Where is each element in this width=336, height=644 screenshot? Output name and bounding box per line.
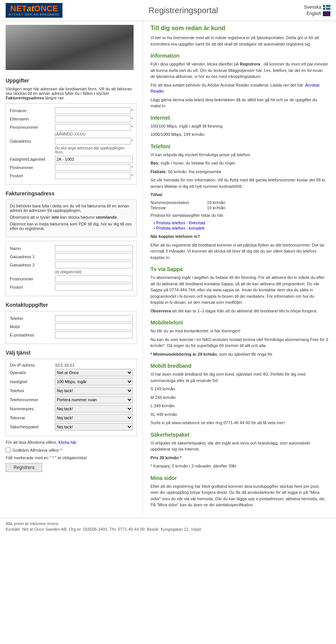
faktura-postnummer-input[interactable] <box>55 276 133 282</box>
gatuadress-input[interactable] <box>55 138 131 145</box>
required-note: Fält markerade med en " * " är obligator… <box>6 455 137 460</box>
fastighet-label: Fastighet/Lägenhet <box>10 157 55 161</box>
faktura-postort-row: Postort <box>10 284 133 291</box>
prislista-link1[interactable]: Prislista telefoni - förkortad <box>156 221 205 225</box>
uppgifter-title: Uppgifter <box>6 78 137 84</box>
villkor-checkbox[interactable] <box>6 448 11 452</box>
ip-value: 10.1.10.11 <box>55 363 133 367</box>
logo-at-part: at <box>27 4 34 13</box>
postort-row: Postort * <box>10 172 133 179</box>
lang-english-row[interactable]: English <box>307 11 330 16</box>
ip-row: Din IP-adress 10.1.10.11 <box>10 363 133 367</box>
sakerhet-p1: Vi erbjuder ett säkerhetspaket, där det … <box>151 440 328 452</box>
hero-hand-image <box>6 25 134 70</box>
lang-svenska-label: Svenska <box>304 5 321 10</box>
gatuadress-row: Gatuadress * <box>10 138 133 145</box>
gatuadress-note: Du ska ange adressen där uppkopplingen f… <box>55 146 133 154</box>
postnummer-row: Postnummer * <box>10 164 133 171</box>
telefon-row: Telefon <box>10 315 133 322</box>
tjanst-title: Välj tjänst <box>6 350 137 356</box>
sappa-p2: Observera att det kan ta 1–3 dagar från … <box>151 308 328 314</box>
logo-net-part: NET <box>10 4 27 13</box>
operator-row: Operatör Net at Once <box>10 369 133 376</box>
sakerhet-row: Säkerhetspaket Nej tack! <box>10 423 133 431</box>
hastighet-select[interactable]: 100 Mbps, ingår <box>55 378 133 385</box>
fornamn-input[interactable] <box>55 107 131 114</box>
mbredband-l: L 349 kr/mån <box>151 403 328 409</box>
nummerpres-price-label: Nummerpresentation <box>151 200 207 205</box>
faktura-title: Faktureringsadress <box>6 190 137 196</box>
mina-p1: Efter att din registrering har blivit go… <box>151 483 328 508</box>
personnummer-input[interactable] <box>55 124 131 131</box>
villkor-link[interactable]: Klicka här <box>58 440 76 445</box>
mbredband-p1: Vi har även mobilt bredband för dig som … <box>151 371 328 384</box>
mobil-p3: * Minimumdebitering är 29 kr/mån, som du… <box>151 351 328 358</box>
postnummer-required: * <box>131 165 133 170</box>
efternamn-required: * <box>131 117 133 121</box>
right-column: Till dig som redan är kund Vi ber er ha … <box>143 21 336 514</box>
register-button[interactable]: Registrera <box>6 463 42 472</box>
operator-select[interactable]: Net at Once <box>55 369 133 376</box>
faktura-namn-label: Namn <box>10 246 55 251</box>
personnummer-row: Personnummer * <box>10 124 133 131</box>
mbredband-title: Mobilt bredband <box>151 363 328 369</box>
faktura-gata1-label: Gatuadress 1 <box>10 254 55 259</box>
faktura-gata2-input[interactable] <box>55 262 133 268</box>
fastighet-input[interactable] <box>55 156 133 163</box>
prislista-link2-item: Prislista telefoni - komplett <box>154 226 328 230</box>
postort-label: Postort <box>10 174 55 178</box>
villkor-para: För att läsa Allmänna villkor, Klicka hä… <box>6 440 137 445</box>
telefoni-select[interactable]: Nej tack! <box>55 387 133 394</box>
telefonnummer-select[interactable]: Portera nummer ovan <box>55 396 133 403</box>
postnummer-input[interactable] <box>55 164 131 171</box>
villkor-section: För att läsa Allmänna villkor, Klicka hä… <box>6 440 137 472</box>
sappa-observera: Observera <box>151 309 171 313</box>
sakerhet-select[interactable]: Nej tack! <box>55 423 133 431</box>
efternamn-input[interactable] <box>55 116 131 122</box>
lang-svenska-row[interactable]: Svenska <box>304 5 330 10</box>
telefon-label: Telefon <box>10 316 55 321</box>
prislista-prefix: Prislista för samtalsavgifter hittar du … <box>151 212 328 219</box>
uppgifter-form: Förnamn * Efternamn * Personnummer * (ÅÅ… <box>6 103 137 185</box>
postnummer-label: Postnummer <box>10 165 55 170</box>
faktura-postort-input[interactable] <box>55 284 133 291</box>
kopplas-p1: Efter att du registrerat ditt bredband k… <box>151 242 328 261</box>
kontakt-title: Kontaktuppgifter <box>6 302 137 308</box>
mina-title: Mina sidor <box>151 475 328 481</box>
lang-english-label: English <box>307 11 321 16</box>
kontakt-section: Kontaktuppgifter Telefon Mobil E-postadr… <box>6 302 137 344</box>
gatuadress-required: * <box>131 139 133 143</box>
logo-text: NETatONCE <box>10 5 58 13</box>
fornamn-row: Förnamn * <box>10 107 133 114</box>
postort-input[interactable] <box>55 172 131 179</box>
fornamn-required: * <box>131 108 133 113</box>
telefon-input[interactable] <box>55 315 133 322</box>
mobil-input[interactable] <box>55 323 133 330</box>
villkor-prefix: För att läsa Allmänna villkor, <box>6 440 57 445</box>
sappa-p1: Tv-abonnemang ingår i avgiften du betala… <box>151 274 328 306</box>
faktura-gata2-row: Gatuadress 2 <box>10 262 133 268</box>
faktura-postort-label: Postort <box>10 285 55 289</box>
footer-prices-note: Alla priser är inklusive moms. <box>6 521 330 526</box>
telesvar-label: Telesvar <box>10 416 55 420</box>
faktura-gata1-input[interactable] <box>55 253 133 260</box>
operator-label: Operatör <box>10 370 55 375</box>
page-title: Registreringsportal <box>62 6 304 15</box>
telesvar-select[interactable]: Nej tack! <box>55 414 133 422</box>
sappa-p2-rest: att det kan ta 1–3 dagar från att du akt… <box>172 309 318 313</box>
sakerhet-title: Säkerhetspaket <box>151 432 328 438</box>
sakerhet-pris: Pris 39 kr/mån * <box>151 455 328 461</box>
prislista-link2[interactable]: Prislista telefoni - komplett <box>156 226 204 230</box>
info-p1: Fyll i dina uppgifter till vänster, klic… <box>151 61 328 80</box>
mbredband-xl: XL 449 kr/mån <box>151 411 328 418</box>
telefoni-bas: Bas: ingår i hyran, du betalar för vad d… <box>151 160 328 166</box>
mobil-p2: Nu kan du som boende i en NAO-ansluten b… <box>151 336 328 349</box>
prislista-links: Prislista telefoni - förkortad Prislista… <box>154 221 328 230</box>
telesvar-row: Telesvar Nej tack! <box>10 414 133 422</box>
faktura-namn-input[interactable] <box>55 245 133 252</box>
nummerpres-select[interactable]: Nej tack! <box>55 405 133 413</box>
epost-input[interactable] <box>55 332 133 338</box>
sakerhet-label: Säkerhetspaket <box>10 425 55 429</box>
logo-once-part: ONCE <box>34 4 58 13</box>
uppgifter-desc3: Faktureringsadress <box>6 96 44 100</box>
